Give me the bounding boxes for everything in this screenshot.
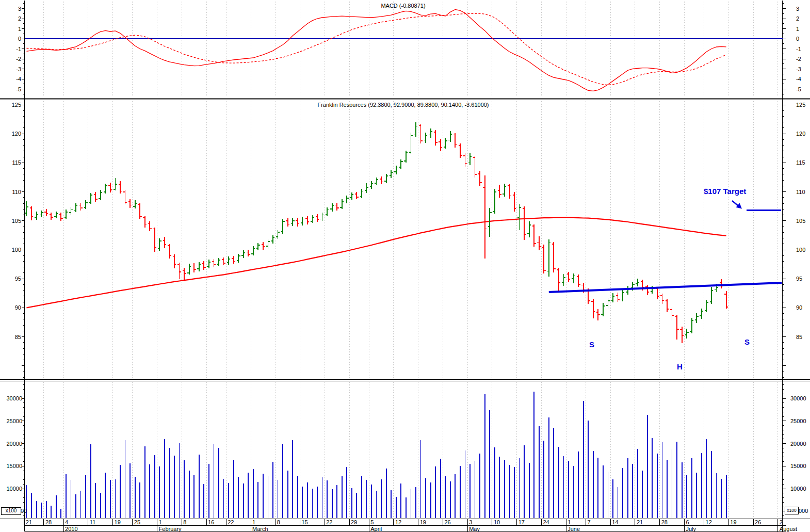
price-axis-label-left: 95 (15, 276, 21, 282)
price-axis-label-left: 100 (12, 247, 21, 253)
price-axis-label-right: 95 (796, 276, 802, 282)
volume-axis-label-right: 20000 (790, 441, 806, 447)
price-title: Franklin Resources (92.3800, 92.9000, 89… (24, 102, 782, 108)
month-label: February (159, 526, 182, 532)
month-label: June (568, 526, 580, 532)
week-day-label: 25 (134, 519, 140, 525)
price-axis-label-left: 125 (12, 102, 21, 108)
week-day-label: 26 (444, 519, 450, 525)
macd-axis-label-right: 3 (796, 6, 799, 12)
week-day-label: 1 (159, 519, 162, 525)
price-axis-label-right: 115 (796, 159, 805, 166)
price-axis-label-right: 105 (796, 218, 805, 224)
month-label: July (686, 526, 696, 532)
price-target-label[interactable]: $107 Target (704, 187, 746, 196)
week-day-label: 28 (45, 519, 52, 525)
month-label: March (252, 526, 268, 532)
chart-canvas[interactable]: 33221100-1-1-2-2-3-3-4-4-5-5125125120120… (0, 0, 810, 532)
week-day-label: 14 (612, 519, 618, 525)
volume-axis-label-left: 10000 (6, 486, 22, 492)
head-label[interactable]: H (677, 362, 683, 371)
macd-axis-label-left: -2 (16, 56, 21, 62)
week-day-label: 17 (519, 519, 525, 525)
month-label: April (370, 526, 382, 532)
volume-5000-clipped-right: 000 (799, 508, 808, 514)
macd-axis-label-right: -4 (796, 76, 801, 82)
macd-axis-label-left: -1 (16, 46, 21, 52)
week-day-label: 5 (370, 519, 374, 525)
week-day-label: 8 (277, 519, 280, 525)
volume-axis-label-right: 25000 (790, 418, 806, 424)
macd-signal-line (27, 13, 726, 85)
week-day-label: 3 (469, 519, 472, 525)
week-day-label: 22 (326, 519, 332, 525)
week-day-label: 21 (26, 519, 32, 525)
week-day-label: 26 (755, 519, 761, 525)
price-axis-label-right: 90 (796, 304, 802, 311)
price-axis-label-right: 85 (796, 334, 802, 340)
week-day-label: 24 (543, 519, 549, 525)
week-day-label: 19 (115, 519, 121, 525)
volume-5000-clipped-left: 00 (21, 508, 27, 514)
macd-axis-label-right: -3 (796, 66, 801, 72)
week-day-label: 6 (686, 519, 689, 525)
macd-axis-label-left: 1 (18, 26, 21, 32)
price-axis-label-left: 110 (12, 189, 21, 195)
week-day-label: 1 (568, 519, 571, 525)
macd-title: MACD (-0.80871) (24, 3, 782, 9)
price-axis-label-right: 125 (796, 102, 805, 108)
macd-axis-label-right: -1 (796, 46, 801, 52)
macd-axis-label-right: 2 (796, 15, 799, 22)
trendline[interactable] (549, 283, 782, 292)
week-day-label: 28 (661, 519, 668, 525)
week-day-label: 16 (208, 519, 214, 525)
week-day-label: 19 (730, 519, 736, 525)
price-axis-label-left: 90 (15, 304, 21, 311)
week-day-label: 2 (780, 519, 783, 525)
moving-average-line (27, 218, 726, 308)
left-shoulder-label[interactable]: S (589, 340, 594, 349)
week-day-label: 4 (65, 519, 68, 525)
stock-chart-window: 33221100-1-1-2-2-3-3-4-4-5-5125125120120… (0, 0, 810, 532)
volume-axis-label-right: 30000 (790, 395, 806, 401)
macd-axis-label-left: 0 (18, 36, 21, 42)
macd-axis-label-left: 2 (18, 15, 21, 22)
week-day-label: 29 (351, 519, 357, 525)
volume-axis-label-right: 10000 (790, 486, 806, 492)
macd-axis-label-right: 1 (796, 26, 799, 32)
macd-axis-label-left: -5 (16, 86, 21, 92)
price-axis-label-left: 105 (12, 218, 21, 224)
price-axis-label-left: 115 (12, 159, 21, 166)
price-axis-label-right: 110 (796, 189, 805, 195)
price-axis-label-right: 120 (796, 131, 805, 137)
macd-line (27, 10, 726, 91)
week-day-label: 1 (252, 519, 255, 525)
week-day-label: 8 (183, 519, 186, 525)
macd-axis-label-right: -5 (796, 86, 801, 92)
volume-axis-label-left: 20000 (6, 441, 22, 447)
volume-multiplier-box-left: x100 (1, 507, 21, 515)
week-day-label: 21 (637, 519, 643, 525)
week-day-label: 7 (587, 519, 590, 525)
week-day-label: 11 (90, 519, 95, 525)
volume-multiplier-box-right: x100 (785, 507, 799, 514)
macd-axis-label-left: 3 (18, 6, 21, 12)
macd-axis-label-left: -3 (16, 66, 21, 72)
right-shoulder-label[interactable]: S (744, 337, 750, 346)
month-label: May (469, 526, 480, 532)
volume-axis-label-left: 15000 (6, 463, 22, 469)
price-axis-label-left: 120 (12, 131, 21, 137)
month-label: August (780, 526, 797, 532)
volume-axis-label-left: 25000 (6, 418, 22, 424)
price-axis-label-right: 100 (796, 247, 805, 253)
macd-axis-label-left: -4 (16, 76, 21, 82)
macd-axis-label-right: 0 (796, 36, 799, 42)
month-label: 2010 (65, 526, 77, 532)
price-axis-label-left: 85 (15, 334, 21, 340)
target-arrow-shaft[interactable] (732, 201, 738, 206)
week-day-label: 10 (494, 519, 500, 525)
week-day-label: 12 (706, 519, 712, 525)
week-day-label: 22 (228, 519, 234, 525)
volume-axis-label-left: 30000 (6, 395, 22, 401)
week-day-label: 12 (395, 519, 401, 525)
